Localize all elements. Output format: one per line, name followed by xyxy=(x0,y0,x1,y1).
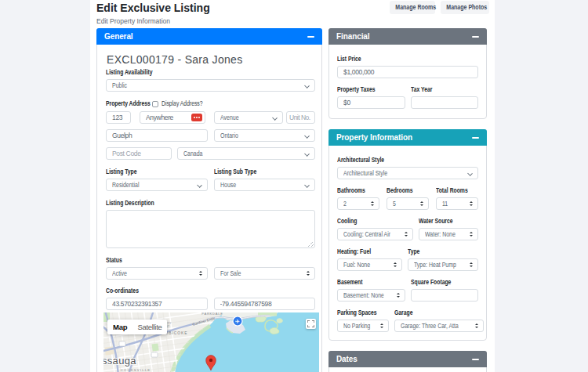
listing-description-label: Listing Description xyxy=(106,199,274,208)
listing-heading: EXCL000179 - Sara Jones xyxy=(107,54,315,65)
listing-availability-label: Listing Availability xyxy=(106,68,274,77)
longitude-input[interactable] xyxy=(214,298,316,310)
updown-arrows-icon xyxy=(371,201,374,206)
financial-card-body: List Price Property Taxes Tax Year xyxy=(329,45,486,118)
financial-card: Financial List Price Property Taxes xyxy=(328,28,487,119)
page-subtitle: Edit Property Information xyxy=(96,17,487,26)
dates-card-body xyxy=(329,367,486,372)
map-type-control: Map Satellite xyxy=(107,320,167,334)
property-information-card-title: Property Information xyxy=(336,133,412,142)
map[interactable]: ✈ PARKDALE Gardiner Expy ETOBICOKE CITY … xyxy=(103,312,319,372)
display-address-label: Display Address? xyxy=(162,99,203,108)
square-footage-label: Square Footage xyxy=(411,278,465,287)
updown-arrows-icon xyxy=(475,323,478,328)
fullscreen-button[interactable] xyxy=(306,319,316,329)
updown-arrows-icon xyxy=(307,271,310,276)
heating-fuel-select[interactable]: Fuel: None xyxy=(337,258,402,271)
collapse-minus-icon[interactable] xyxy=(472,137,479,139)
content-area: Edit Exclusive Listing Edit Property Inf… xyxy=(90,0,495,372)
sale-status-select[interactable]: For Sale xyxy=(214,267,316,280)
bathrooms-select[interactable]: 2 xyxy=(337,197,379,210)
map-label-parkdale: PARKDALE xyxy=(201,312,223,316)
financial-card-title: Financial xyxy=(336,32,369,41)
bedrooms-select[interactable]: 5 xyxy=(387,197,429,210)
heating-type-select[interactable]: Type: Heat Pump xyxy=(408,258,478,271)
garage-label: Garage xyxy=(394,309,466,317)
heating-type-label: Type xyxy=(408,247,464,256)
list-price-label: List Price xyxy=(337,55,450,63)
map-label-mississauga: ssauga xyxy=(103,355,136,367)
street-type-select[interactable]: Avenue xyxy=(214,111,283,124)
list-price-input[interactable] xyxy=(337,66,478,78)
unit-number-input[interactable] xyxy=(286,111,315,124)
manage-rooms-button[interactable]: Manage Rooms xyxy=(390,1,435,14)
autofill-extension-icon[interactable] xyxy=(191,114,202,121)
heating-fuel-label: Heating: Fuel xyxy=(337,247,390,256)
collapse-minus-icon[interactable] xyxy=(472,36,479,38)
updown-arrows-icon xyxy=(397,293,400,298)
cooling-select[interactable]: Cooling: Central Air xyxy=(337,228,413,240)
columns: General EXCL000179 - Sara Jones Listing … xyxy=(96,28,487,372)
total-rooms-select[interactable]: 11 xyxy=(436,197,478,210)
svg-text:✈: ✈ xyxy=(235,318,240,325)
collapse-minus-icon[interactable] xyxy=(307,36,314,38)
dates-card-title: Dates xyxy=(336,355,358,363)
map-view-button[interactable]: Map xyxy=(107,323,132,331)
manage-photos-button[interactable]: Manage Photos xyxy=(441,1,489,14)
left-column: General EXCL000179 - Sara Jones Listing … xyxy=(96,28,322,372)
basement-select[interactable]: Basement: None xyxy=(337,289,405,302)
post-code-input[interactable] xyxy=(106,147,172,160)
chevron-down-icon xyxy=(304,182,310,188)
total-rooms-label: Total Rooms xyxy=(436,186,470,195)
listing-availability-select[interactable]: Public xyxy=(106,79,315,92)
city-input[interactable] xyxy=(106,129,208,142)
satellite-view-button[interactable]: Satellite xyxy=(132,323,166,331)
financial-card-header[interactable]: Financial xyxy=(328,28,487,45)
country-select[interactable]: Canada xyxy=(177,147,315,160)
architectural-style-label: Architectural Style xyxy=(337,156,450,164)
airport-icon: ✈ xyxy=(233,316,242,326)
dates-card: Dates xyxy=(328,351,487,372)
property-taxes-label: Property Taxes xyxy=(337,85,391,94)
updown-arrows-icon xyxy=(405,232,408,237)
tax-year-input[interactable] xyxy=(411,96,479,109)
dates-card-header[interactable]: Dates xyxy=(328,351,487,367)
property-taxes-input[interactable] xyxy=(337,96,405,109)
chevron-down-icon xyxy=(304,133,310,139)
chevron-down-icon xyxy=(272,115,278,121)
water-source-label: Water Source xyxy=(419,217,466,226)
general-card: General EXCL000179 - Sara Jones Listing … xyxy=(96,28,322,372)
chevron-down-icon xyxy=(304,83,310,88)
listing-type-select[interactable]: Residential xyxy=(106,179,208,191)
listing-description-textarea[interactable] xyxy=(106,210,315,248)
display-address-checkbox[interactable] xyxy=(152,101,158,107)
parking-spaces-select[interactable]: No Parking xyxy=(337,320,389,332)
province-select[interactable]: Ontario xyxy=(214,129,316,142)
updown-arrows-icon xyxy=(380,323,383,328)
square-footage-input[interactable] xyxy=(411,289,478,302)
general-card-title: General xyxy=(104,32,133,41)
fullscreen-icon xyxy=(307,320,314,327)
street-number-input[interactable] xyxy=(106,111,131,124)
general-card-body: EXCL000179 - Sara Jones Listing Availabi… xyxy=(97,45,321,372)
garage-select[interactable]: Garage: Three Car, Atta xyxy=(394,320,484,332)
listing-type-label: Listing Type xyxy=(106,168,187,176)
collapse-minus-icon[interactable] xyxy=(472,359,479,360)
basement-label: Basement xyxy=(337,278,392,287)
property-information-card-body: Architectural Style Architectural Style … xyxy=(329,146,486,340)
bathrooms-label: Bathrooms xyxy=(337,186,371,195)
updown-arrows-icon xyxy=(394,262,397,267)
property-information-card-header[interactable]: Property Information xyxy=(328,129,487,146)
status-select[interactable]: Active xyxy=(106,267,208,280)
water-source-select[interactable]: Water: None xyxy=(419,228,478,240)
latitude-input[interactable] xyxy=(106,298,208,310)
listing-sub-type-select[interactable]: House xyxy=(214,179,316,191)
tax-year-label: Tax Year xyxy=(411,85,465,94)
parking-spaces-label: Parking Spaces xyxy=(337,309,379,317)
updown-arrows-icon xyxy=(420,201,423,206)
general-card-header[interactable]: General xyxy=(96,28,322,45)
architectural-style-select[interactable]: Architectural Style xyxy=(337,167,478,179)
header-actions: Manage Rooms Manage Photos xyxy=(390,1,489,14)
chevron-down-icon xyxy=(197,182,202,188)
cooling-label: Cooling xyxy=(337,217,398,226)
